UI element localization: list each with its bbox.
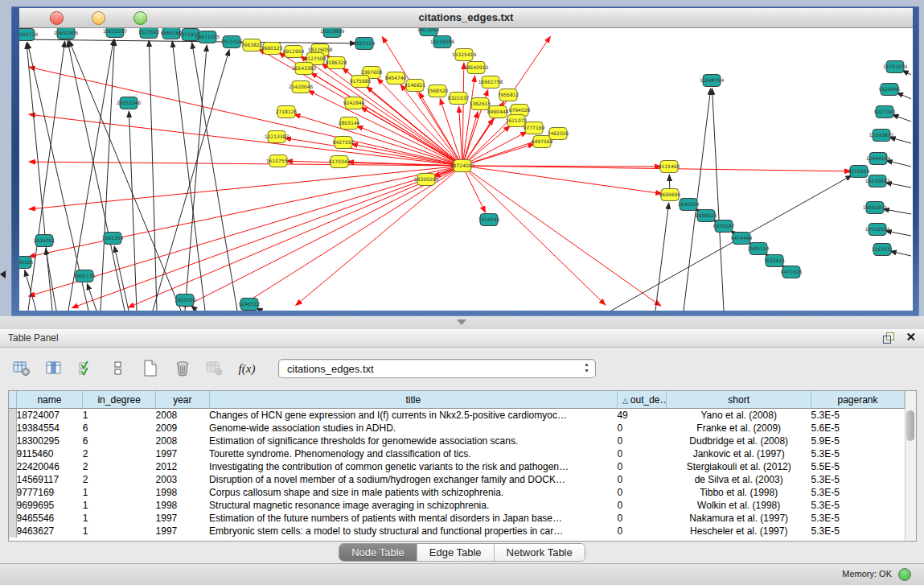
table-cell[interactable]: 1998 [156, 486, 210, 499]
column-header-year[interactable]: year [156, 391, 210, 409]
citation-edge-black[interactable] [101, 39, 114, 311]
collapse-panel-arrow-icon[interactable] [0, 270, 6, 278]
table-cell[interactable]: Tourette syndrome. Phenomenology and cla… [209, 447, 617, 460]
table-cell[interactable]: 2 [83, 473, 156, 486]
table-cell[interactable]: 9465546 [16, 512, 83, 525]
table-cell[interactable]: Nakamura et al. (1997) [667, 512, 811, 525]
table-cell[interactable]: Genome-wide association studies in ADHD. [209, 422, 617, 435]
column-header-short[interactable]: short [667, 391, 811, 409]
table-cell[interactable]: Corpus callosum shape and size in male p… [209, 486, 617, 499]
citation-edge-black[interactable] [886, 160, 911, 167]
float-panel-icon[interactable] [883, 332, 894, 343]
citation-edge-black[interactable] [890, 251, 911, 256]
citation-edge-black[interactable] [897, 93, 911, 99]
table-cell[interactable]: 5.3E-5 [811, 409, 904, 422]
table-cell[interactable]: 2 [83, 447, 156, 460]
create-table-button[interactable] [138, 357, 162, 380]
table-cell[interactable]: 5.6E-5 [811, 422, 904, 435]
table-cell[interactable]: Estimation of the future numbers of pati… [209, 512, 617, 525]
citation-edge-red[interactable] [462, 166, 662, 194]
citation-edge-red[interactable] [462, 63, 464, 166]
citation-edge-red[interactable] [29, 166, 462, 209]
table-row[interactable]: 946362711997Embryonic stem cells: a mode… [9, 525, 905, 538]
table-cell[interactable]: Embryonic stem cells: a model to study s… [209, 525, 617, 538]
table-cell[interactable]: 0 [617, 473, 667, 486]
citation-edge-red[interactable] [184, 166, 462, 307]
delete-rows-trash-button[interactable] [170, 357, 195, 380]
network-canvas[interactable]: 1405572420691406106532871527602696616010… [19, 28, 913, 311]
table-cell[interactable]: 5.9E-5 [811, 435, 904, 447]
tab-edge-table[interactable]: Edge Table [417, 544, 494, 561]
table-cell[interactable]: 0 [617, 512, 667, 525]
table-cell[interactable]: 9699695 [16, 499, 83, 512]
table-cell[interactable]: Changes of HCN gene expression and I(f) … [209, 409, 617, 422]
table-cell[interactable]: 19384554 [16, 422, 83, 435]
table-cell[interactable]: Franke et al. (2009) [667, 422, 811, 435]
show-columns-button[interactable] [42, 357, 66, 380]
table-cell[interactable]: Dudbridge et al. (2008) [667, 435, 811, 447]
citation-edge-black[interactable] [892, 114, 911, 122]
citation-network-graph[interactable]: 1405572420691406106532871527602696616010… [19, 28, 913, 311]
table-row[interactable]: 1830029562008Estimation of significance … [9, 435, 905, 447]
tab-network-table[interactable]: Network Table [494, 544, 585, 561]
network-table-select[interactable]: citations_edges.txt ▲▼ [278, 359, 596, 378]
table-cell[interactable]: Hescheler et al. (1997) [667, 525, 811, 538]
column-header-title[interactable]: title [209, 391, 617, 409]
citation-edge-red[interactable] [462, 166, 606, 305]
table-cell[interactable]: 0 [617, 435, 667, 447]
memory-ok-indicator[interactable] [898, 568, 911, 581]
citation-edge-black[interactable] [889, 138, 911, 143]
row-height-button[interactable] [106, 357, 130, 380]
citation-edge-red[interactable] [29, 166, 462, 257]
table-cell[interactable]: 49 [617, 409, 667, 422]
table-cell[interactable]: 6 [83, 435, 156, 447]
citation-edge-black[interactable] [129, 111, 137, 311]
splitter-handle-icon[interactable] [457, 319, 466, 325]
citation-edge-black[interactable] [46, 249, 56, 311]
table-cell[interactable]: 2 [83, 460, 156, 473]
citation-edge-red[interactable] [128, 166, 462, 307]
network-window-titlebar[interactable]: citations_edges.txt [19, 8, 913, 28]
table-cell[interactable]: 0 [617, 486, 667, 499]
citation-edge-red[interactable] [462, 166, 661, 306]
table-row[interactable]: 946554611997Estimation of the future num… [9, 512, 905, 525]
node-table-grid[interactable]: namein_degreeyeartitle△out_de…shortpager… [9, 391, 905, 538]
citation-edge-black[interactable] [27, 43, 52, 311]
citation-edge-black[interactable] [713, 89, 724, 311]
vertical-scrollbar[interactable] [905, 391, 916, 541]
table-cell[interactable]: Disruption of a novel member of a sodium… [209, 473, 617, 486]
citation-edge-red[interactable] [462, 166, 486, 212]
table-cell[interactable]: 0 [617, 460, 667, 473]
table-cell[interactable]: 18724007 [16, 409, 83, 422]
citation-edge-red[interactable] [462, 112, 478, 166]
citation-edge-black[interactable] [185, 45, 207, 311]
citation-edge-red[interactable] [72, 166, 462, 308]
table-cell[interactable]: Investigating the contribution of common… [209, 460, 617, 473]
table-row[interactable]: 1456911722003Disruption of a novel membe… [9, 473, 905, 486]
tab-node-table[interactable]: Node Table [339, 544, 417, 561]
table-cell[interactable]: 18300295 [16, 435, 83, 447]
citation-edge-red[interactable] [240, 166, 462, 307]
table-cell[interactable]: 9115460 [16, 447, 83, 460]
table-cell[interactable]: 0 [617, 499, 667, 512]
table-cell[interactable]: Structural magnetic resonance image aver… [209, 499, 617, 512]
table-row[interactable]: 977716911998Corpus callosum shape and si… [9, 486, 905, 499]
column-header-in_degree[interactable]: in_degree [83, 391, 156, 409]
function-builder-button[interactable]: f(x) [235, 357, 259, 380]
table-cell[interactable]: de Silva et al. (2003) [667, 473, 811, 486]
table-cell[interactable]: 5.5E-5 [811, 460, 904, 473]
table-cell[interactable]: 1997 [156, 447, 210, 460]
citation-edge-black[interactable] [28, 41, 65, 311]
table-cell[interactable]: 5.3E-5 [811, 447, 904, 460]
citation-edge-black[interactable] [153, 50, 229, 311]
table-cell[interactable]: Tibbo et al. (1998) [667, 486, 811, 499]
citation-edge-black[interactable] [149, 40, 157, 311]
table-cell[interactable]: 2008 [156, 435, 210, 447]
table-cell[interactable]: 2009 [156, 422, 210, 435]
table-cell[interactable]: 9463627 [16, 525, 83, 538]
table-cell[interactable]: 6 [83, 422, 156, 435]
table-cell[interactable]: 2012 [156, 460, 210, 473]
table-cell[interactable]: 5.3E-5 [811, 486, 904, 499]
citation-edge-black[interactable] [25, 270, 36, 311]
table-cell[interactable]: Estimation of significance thresholds fo… [209, 435, 617, 447]
